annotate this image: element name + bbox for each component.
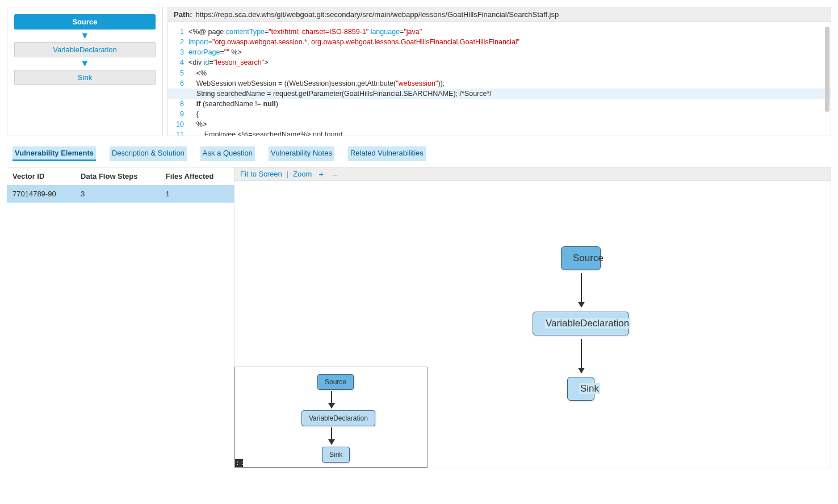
- flow-step-sink[interactable]: Sink: [14, 70, 156, 85]
- code-gutter: 1234567891011121314: [168, 22, 188, 136]
- code-line[interactable]: Employee <%=searchedName%> not found.: [188, 129, 826, 136]
- minimap-grip-icon[interactable]: ⋮⋮: [235, 459, 243, 467]
- tab-vulnerability-notes[interactable]: Vulnerability Notes: [269, 146, 334, 161]
- graph-toolbar: Fit to Screen | Zoom + –: [234, 167, 831, 181]
- scrollbar-thumb[interactable]: [825, 27, 829, 112]
- path-label: Path:: [174, 10, 192, 19]
- graph-arrow: [581, 339, 582, 373]
- path-value: https://repo.sca.dev.whs/git/webgoat.git…: [196, 10, 559, 19]
- tab-description-solution[interactable]: Description & Solution: [110, 146, 187, 161]
- cell-files: 1: [160, 185, 234, 203]
- col-data-flow-steps[interactable]: Data Flow Steps: [75, 167, 160, 186]
- col-files-affected[interactable]: Files Affected: [160, 167, 234, 186]
- fit-to-screen-button[interactable]: Fit to Screen: [240, 170, 282, 178]
- zoom-label: Zoom: [293, 170, 312, 178]
- cell-steps: 3: [75, 185, 160, 203]
- zoom-in-button[interactable]: +: [316, 169, 326, 179]
- minimap-node-sink: Sink: [322, 447, 350, 463]
- graph-arrow: [581, 273, 582, 307]
- flow-step-source[interactable]: Source: [14, 14, 156, 30]
- table-row[interactable]: 77014789-9031: [7, 185, 234, 203]
- minimap-node-vardecl: VariableDeclaration: [301, 410, 375, 426]
- code-line[interactable]: <%@ page contentType="text/html; charset…: [188, 27, 826, 37]
- graph-node-vardecl[interactable]: VariableDeclaration: [533, 312, 629, 335]
- minimap-arrow: [331, 427, 332, 444]
- code-line[interactable]: WebSession webSession = ((WebSession)ses…: [188, 78, 826, 89]
- tab-vulnerability-elements[interactable]: Vulnerability Elements: [12, 146, 96, 161]
- code-line[interactable]: import="org.owasp.webgoat.session.*, org…: [188, 37, 826, 47]
- tab-ask-a-question[interactable]: Ask a Question: [200, 146, 255, 161]
- zoom-out-button[interactable]: –: [330, 169, 340, 179]
- tabs-row: Vulnerability ElementsDescription & Solu…: [0, 136, 838, 161]
- code-line[interactable]: String searchedName = request.getParamet…: [168, 89, 831, 99]
- code-line[interactable]: errorPage="" %>: [188, 47, 826, 57]
- toolbar-separator: |: [287, 170, 288, 178]
- code-lines: <%@ page contentType="text/html; charset…: [188, 22, 831, 136]
- code-line[interactable]: %>: [188, 119, 826, 129]
- col-vector-id[interactable]: Vector ID: [7, 167, 75, 186]
- graph-panel: Fit to Screen | Zoom + – Source Variable…: [234, 167, 831, 468]
- flow-steps-panel: Source▼VariableDeclaration▼Sink: [7, 7, 163, 136]
- code-panel: Path: https://repo.sca.dev.whs/git/webgo…: [167, 7, 831, 136]
- vector-table-panel: Vector ID Data Flow Steps Files Affected…: [7, 167, 234, 468]
- graph-node-source[interactable]: Source: [561, 246, 601, 270]
- graph-canvas[interactable]: Source VariableDeclaration Sink Source V…: [234, 181, 831, 468]
- graph-node-sink[interactable]: Sink: [567, 377, 594, 401]
- minimap-arrow: [331, 391, 332, 408]
- code-body[interactable]: 1234567891011121314 <%@ page contentType…: [168, 22, 831, 136]
- chevron-down-icon: ▼: [14, 30, 156, 42]
- cell-vector: 77014789-90: [7, 185, 75, 203]
- code-path-bar: Path: https://repo.sca.dev.whs/git/webgo…: [168, 7, 831, 22]
- code-line[interactable]: <%: [188, 68, 826, 78]
- vector-table: Vector ID Data Flow Steps Files Affected…: [7, 167, 234, 203]
- flow-step-variabledeclaration[interactable]: VariableDeclaration: [14, 42, 156, 57]
- code-line[interactable]: {: [188, 109, 826, 119]
- minimap-node-source: Source: [317, 374, 354, 390]
- tab-related-vulnerabilities[interactable]: Related Vulnerabilities: [348, 146, 426, 161]
- code-line[interactable]: <div id="lesson_search">: [188, 57, 826, 68]
- code-line[interactable]: if (searchedName != null): [188, 99, 826, 109]
- chevron-down-icon: ▼: [14, 57, 156, 70]
- graph-minimap[interactable]: Source VariableDeclaration Sink ⋮⋮: [234, 367, 428, 468]
